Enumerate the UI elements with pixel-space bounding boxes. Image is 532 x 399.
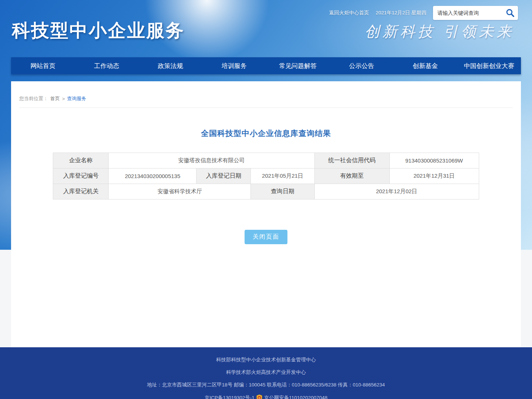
return-torch-home-link[interactable]: 返回火炬中心首页 [329, 10, 369, 16]
registration-org-label: 入库登记机关 [53, 184, 109, 200]
query-date-value: 2021年12月02日 [314, 184, 479, 200]
table-row: 入库登记编号 202134030200005135 入库登记日期 2021年05… [53, 168, 479, 184]
footer-org-line-1: 科技部科技型中小企业技术创新基金管理中心 [0, 357, 532, 363]
footer-org-line-2: 科学技术部火炬高技术产业开发中心 [0, 369, 532, 376]
search-box[interactable] [433, 6, 518, 20]
registration-date-value: 2021年05月21日 [251, 168, 314, 184]
site-logo-title: 科技型中小企业服务 [12, 18, 185, 43]
police-record-link[interactable]: 京公网安备11010202007048 [264, 395, 328, 399]
company-name-value: 安徽塔孜信息技术有限公司 [109, 153, 314, 168]
nav-item-announcements[interactable]: 公示公告 [330, 57, 394, 74]
query-result-table: 企业名称 安徽塔孜信息技术有限公司 统一社会信用代码 9134030008523… [53, 153, 479, 200]
main-nav: 网站首页 工作动态 政策法规 培训服务 常见问题解答 公示公告 创新基金 中国创… [11, 57, 521, 74]
credit-code-value: 91340300085231069W [389, 153, 479, 168]
content-card: 您当前位置： 首页 > 查询服务 全国科技型中小企业信息库查询结果 企业名称 安… [11, 81, 521, 347]
breadcrumb-prefix: 您当前位置： [19, 95, 48, 102]
nav-item-innovation-contest[interactable]: 中国创新创业大赛 [457, 57, 521, 74]
registration-org-value: 安徽省科学技术厅 [109, 184, 251, 200]
query-date-label: 查询日期 [251, 184, 314, 200]
page: 返回火炬中心首页 2021年12月2日 星期四 科技型中小企业服务 创新科技 引… [0, 0, 532, 399]
breadcrumb: 您当前位置： 首页 > 查询服务 [11, 81, 521, 102]
nav-item-policies[interactable]: 政策法规 [139, 57, 202, 74]
valid-until-label: 有效期至 [314, 168, 389, 184]
company-name-label: 企业名称 [53, 153, 109, 168]
banner-slogan: 创新科技 引领未来 [365, 21, 514, 42]
page-footer: 科技部科技型中小企业技术创新基金管理中心 科学技术部火炬高技术产业开发中心 地址… [0, 347, 532, 399]
registration-date-label: 入库登记日期 [197, 168, 251, 184]
breadcrumb-home-link[interactable]: 首页 [50, 95, 60, 102]
search-input[interactable] [437, 10, 505, 16]
breadcrumb-separator: > [62, 96, 65, 102]
nav-item-home[interactable]: 网站首页 [11, 57, 75, 74]
nav-item-faq[interactable]: 常见问题解答 [266, 57, 330, 74]
breadcrumb-current-link[interactable]: 查询服务 [67, 95, 86, 102]
footer-address-line: 地址：北京市西城区三里河二区甲18号 邮编：100045 联系电话：010-88… [0, 382, 532, 388]
registration-no-label: 入库登记编号 [53, 168, 109, 184]
icp-record-link[interactable]: 京ICP备13019302号-1 [205, 395, 255, 399]
current-date-text: 2021年12月2日 星期四 [376, 10, 426, 16]
footer-icp-line: 京ICP备13019302号-1 京公网安备11010202007048 [0, 394, 532, 399]
table-row: 入库登记机关 安徽省科学技术厅 查询日期 2021年12月02日 [53, 184, 479, 200]
button-row: 关闭页面 [11, 230, 521, 244]
nav-item-innovation-fund[interactable]: 创新基金 [393, 57, 457, 74]
close-page-button[interactable]: 关闭页面 [245, 230, 287, 244]
nav-item-work-news[interactable]: 工作动态 [75, 57, 139, 74]
nav-item-training[interactable]: 培训服务 [202, 57, 266, 74]
breadcrumb-divider [19, 108, 513, 108]
registration-no-value: 202134030200005135 [109, 168, 197, 184]
header-topbar: 返回火炬中心首页 2021年12月2日 星期四 [329, 6, 518, 20]
search-icon[interactable] [505, 8, 515, 18]
table-row: 企业名称 安徽塔孜信息技术有限公司 统一社会信用代码 9134030008523… [53, 153, 479, 168]
valid-until-value: 2021年12月31日 [389, 168, 479, 184]
credit-code-label: 统一社会信用代码 [314, 153, 389, 168]
page-title: 全国科技型中小企业信息库查询结果 [11, 128, 521, 139]
police-badge-icon [256, 394, 263, 399]
